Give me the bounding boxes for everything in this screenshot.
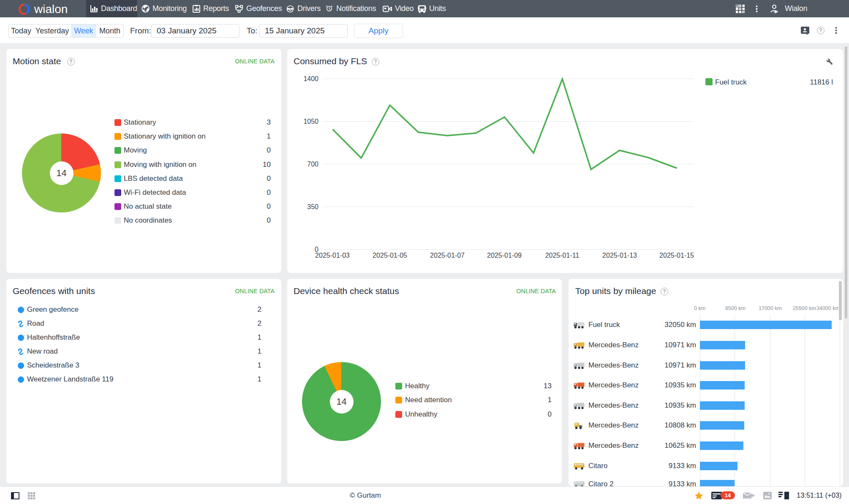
svg-text:2025-01-05: 2025-01-05	[373, 252, 407, 259]
svg-text:350: 350	[307, 203, 318, 210]
svg-text:11816 l: 11816 l	[810, 78, 833, 86]
svg-text:2025-01-11: 2025-01-11	[545, 252, 580, 259]
svg-text:2025-01-09: 2025-01-09	[487, 252, 522, 259]
svg-text:1400: 1400	[303, 75, 318, 82]
svg-text:2025-01-03: 2025-01-03	[315, 252, 350, 259]
svg-text:Fuel truck: Fuel truck	[715, 78, 747, 86]
svg-text:700: 700	[307, 161, 318, 168]
svg-text:2025-01-13: 2025-01-13	[602, 252, 637, 259]
svg-text:2025-01-15: 2025-01-15	[659, 252, 694, 259]
svg-text:2025-01-07: 2025-01-07	[430, 252, 465, 259]
svg-text:1050: 1050	[303, 118, 318, 125]
